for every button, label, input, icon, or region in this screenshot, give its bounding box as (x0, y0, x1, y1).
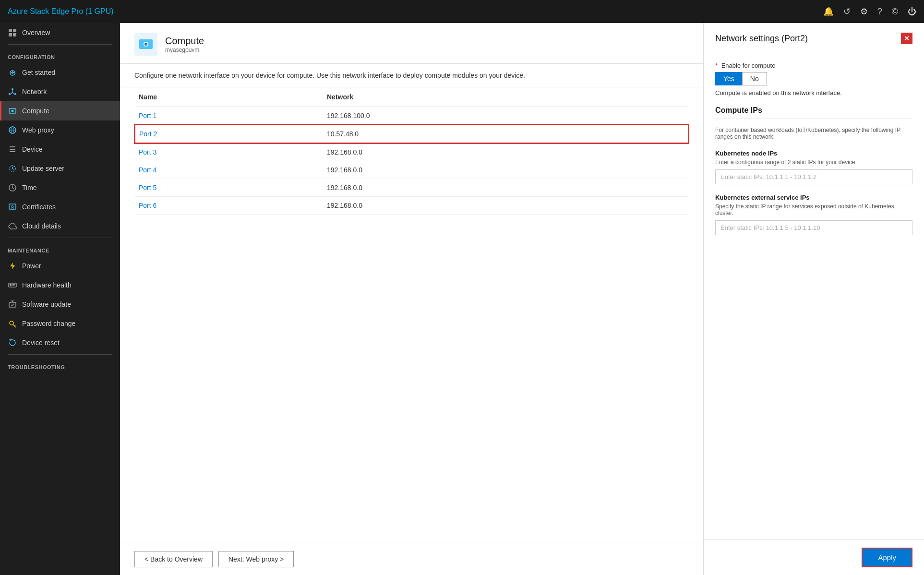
page-title: Compute (165, 36, 204, 47)
hardware-icon (8, 280, 17, 290)
svg-rect-2 (9, 33, 12, 36)
top-bar: Azure Stack Edge Pro (1 GPU) 🔔 ↺ ⚙ ? © ⏻ (0, 0, 924, 23)
svg-point-6 (9, 93, 11, 95)
account-icon[interactable]: © (892, 7, 898, 17)
svg-rect-12 (10, 149, 15, 150)
sidebar-item-network[interactable]: Network (0, 82, 120, 101)
col-name-header: Name (135, 87, 323, 107)
svg-rect-16 (9, 204, 16, 209)
svg-point-5 (12, 88, 13, 90)
refresh-icon[interactable]: ↺ (843, 6, 851, 17)
yes-toggle[interactable]: Yes (715, 72, 742, 85)
help-icon[interactable]: ? (877, 7, 882, 17)
sidebar-item-certificates[interactable]: Certificates (0, 197, 120, 216)
svg-point-7 (14, 93, 16, 95)
sidebar-item-update-server[interactable]: Update server (0, 159, 120, 178)
sidebar-item-device-label: Device (22, 145, 43, 153)
k8s-node-field: Kubernetes node IPs Enter a contiguous r… (715, 150, 912, 184)
software-icon (8, 299, 17, 309)
sidebar-item-password-change[interactable]: Password change (0, 314, 120, 333)
compute-ips-section: Compute IPs For container based workload… (715, 106, 912, 140)
page-header-icon (134, 33, 157, 56)
sidebar-item-time-label: Time (22, 184, 37, 192)
port-name-cell[interactable]: Port 3 (135, 143, 323, 161)
port-network-cell: 192.168.0.0 (323, 197, 688, 215)
k8s-node-desc: Enter a contiguous range of 2 static IPs… (715, 159, 912, 166)
app-title: Azure Stack Edge Pro (1 GPU) (8, 7, 823, 16)
required-asterisk: * (715, 62, 718, 69)
sidebar-item-get-started[interactable]: Get started (0, 63, 120, 82)
table-row[interactable]: Port 5 192.168.0.0 (135, 179, 688, 197)
back-button[interactable]: < Back to Overview (134, 551, 213, 567)
sidebar-item-network-label: Network (22, 88, 47, 96)
table-row[interactable]: Port 3 192.168.0.0 (135, 143, 688, 161)
compute-ips-title: Compute IPs (715, 106, 912, 115)
update-icon (8, 164, 17, 173)
sidebar-item-device-reset-label: Device reset (22, 339, 60, 347)
sidebar-item-web-proxy[interactable]: Web proxy (0, 120, 120, 140)
sidebar-item-power[interactable]: Power (0, 256, 120, 276)
maintenance-section-label: MAINTENANCE (0, 240, 120, 256)
page-description: Configure one network interface on your … (120, 64, 703, 87)
k8s-node-input[interactable] (715, 169, 912, 184)
settings-icon[interactable]: ⚙ (860, 6, 868, 17)
svg-rect-3 (13, 33, 16, 36)
clock-icon (8, 183, 17, 192)
sidebar-item-software-update-label: Software update (22, 300, 71, 308)
table-row[interactable]: Port 4 192.168.0.0 (135, 161, 688, 179)
cloud-up-icon (8, 68, 17, 77)
sidebar-item-web-proxy-label: Web proxy (22, 126, 54, 134)
sidebar-item-hardware-health[interactable]: Hardware health (0, 276, 120, 295)
sidebar-item-time[interactable]: Time (0, 178, 120, 197)
next-button[interactable]: Next: Web proxy > (218, 551, 294, 567)
config-section-label: CONFIGURATION (0, 47, 120, 63)
k8s-ext-desc: Specify the static IP range for services… (715, 203, 912, 216)
globe-icon (8, 125, 17, 135)
main-layout: Overview CONFIGURATION Get started Netwo… (0, 23, 924, 575)
port-name-cell[interactable]: Port 5 (135, 179, 323, 197)
svg-rect-21 (12, 284, 15, 285)
compute-icon (8, 106, 17, 116)
apply-button[interactable]: Apply (862, 548, 912, 567)
sidebar-item-device-reset[interactable]: Device reset (0, 333, 120, 352)
svg-point-24 (10, 321, 13, 325)
power-icon[interactable]: ⏻ (908, 7, 916, 17)
side-panel-title: Network settings (Port2) (715, 34, 808, 44)
port-name-cell[interactable]: Port 6 (135, 197, 323, 215)
content-area: Compute myasegpuvm Configure one network… (120, 23, 703, 575)
table-row[interactable]: Port 1 192.168.100.0 (135, 107, 688, 125)
sidebar-item-compute-label: Compute (22, 107, 49, 115)
svg-rect-13 (10, 151, 15, 152)
side-panel-content: * Enable for compute Yes No Compute is e… (704, 52, 924, 539)
port-name-cell[interactable]: Port 2 (135, 125, 323, 143)
k8s-ext-input[interactable] (715, 220, 912, 235)
port-name-cell[interactable]: Port 4 (135, 161, 323, 179)
sidebar-item-device[interactable]: Device (0, 140, 120, 159)
sidebar-item-software-update[interactable]: Software update (0, 295, 120, 314)
svg-rect-11 (10, 146, 15, 147)
k8s-node-label: Kubernetes node IPs (715, 150, 912, 157)
bell-icon[interactable]: 🔔 (823, 6, 834, 17)
sidebar-item-overview[interactable]: Overview (0, 23, 120, 42)
port-name-cell[interactable]: Port 1 (135, 107, 323, 125)
enable-compute-field: * Enable for compute Yes No Compute is e… (715, 62, 912, 96)
cloud-icon (8, 221, 17, 231)
page-header: Compute myasegpuvm (120, 23, 703, 64)
table-row[interactable]: Port 2 10.57.48.0 (135, 125, 688, 143)
device-icon (8, 144, 17, 154)
sidebar-item-cloud-details[interactable]: Cloud details (0, 216, 120, 236)
table-row[interactable]: Port 6 192.168.0.0 (135, 197, 688, 215)
cert-icon (8, 202, 17, 212)
maintenance-divider (8, 238, 112, 238)
col-network-header: Network (323, 87, 688, 107)
port-network-cell: 192.168.0.0 (323, 161, 688, 179)
sidebar-item-cloud-details-label: Cloud details (22, 222, 61, 230)
svg-rect-1 (13, 29, 16, 32)
sidebar-item-compute[interactable]: Compute (0, 101, 120, 120)
close-button[interactable]: ✕ (901, 33, 912, 44)
grid-icon (8, 28, 17, 37)
side-panel: Network settings (Port2) ✕ * Enable for … (703, 23, 924, 575)
no-toggle[interactable]: No (742, 72, 767, 85)
svg-marker-18 (10, 263, 15, 269)
sidebar: Overview CONFIGURATION Get started Netwo… (0, 23, 120, 575)
